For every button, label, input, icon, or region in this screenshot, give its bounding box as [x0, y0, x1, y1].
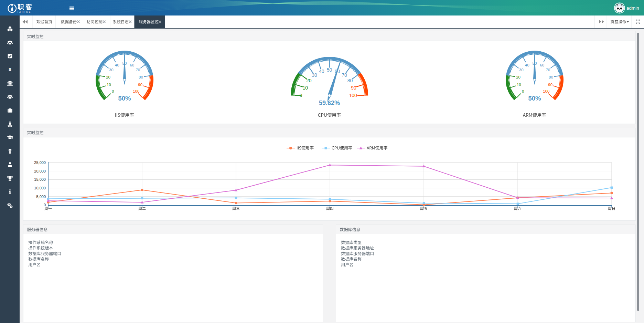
svg-text:90: 90 [138, 83, 142, 87]
svg-text:100: 100 [133, 89, 139, 93]
svg-text:50: 50 [327, 67, 332, 73]
svg-text:0: 0 [44, 203, 46, 207]
svg-text:10,000: 10,000 [34, 186, 46, 190]
svg-text:40: 40 [319, 69, 324, 74]
svg-text:30: 30 [519, 68, 524, 72]
svg-text:20: 20 [516, 75, 520, 79]
svg-text:15,000: 15,000 [34, 177, 46, 181]
svg-text:admin: admin [626, 6, 639, 11]
svg-text:20,000: 20,000 [34, 169, 46, 173]
svg-text:100: 100 [543, 89, 549, 93]
svg-text:40: 40 [115, 63, 119, 67]
svg-text:25,000: 25,000 [34, 160, 46, 165]
svg-text:30: 30 [312, 72, 317, 78]
svg-text:0: 0 [522, 89, 524, 93]
svg-text:80: 80 [139, 75, 143, 79]
svg-text:0: 0 [112, 89, 114, 93]
svg-text:0: 0 [300, 93, 302, 98]
svg-text:IZHIKE: IZHIKE [18, 11, 32, 13]
svg-text:50%: 50% [528, 95, 541, 102]
svg-text:70: 70 [546, 68, 550, 72]
svg-text:90: 90 [351, 85, 356, 91]
svg-text:59.62%: 59.62% [319, 100, 340, 106]
svg-text:80: 80 [347, 78, 353, 83]
svg-text:5,000: 5,000 [36, 195, 46, 199]
svg-text:80: 80 [549, 75, 553, 79]
svg-text:30: 30 [109, 68, 114, 72]
svg-text:20: 20 [106, 75, 110, 79]
svg-text:20: 20 [306, 78, 312, 83]
svg-text:40: 40 [525, 63, 529, 67]
svg-text:10: 10 [107, 83, 111, 87]
svg-text:10: 10 [517, 83, 521, 87]
svg-text:100: 100 [349, 93, 357, 98]
svg-text:60: 60 [540, 63, 544, 67]
svg-text:¥: ¥ [9, 67, 11, 72]
svg-text:10: 10 [302, 85, 308, 91]
svg-text:90: 90 [548, 83, 552, 87]
svg-text:60: 60 [130, 63, 134, 67]
svg-text:70: 70 [342, 72, 347, 78]
svg-text:70: 70 [136, 68, 140, 72]
svg-text:50%: 50% [118, 95, 131, 102]
